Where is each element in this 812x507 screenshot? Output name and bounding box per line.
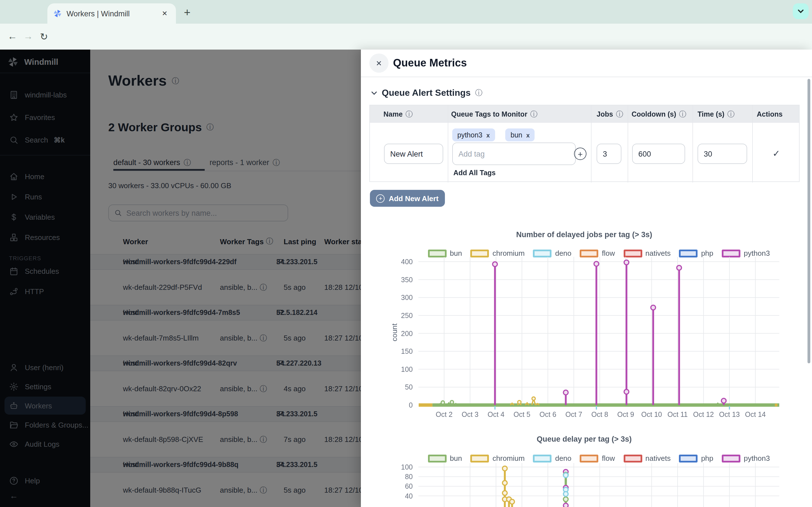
alert-cooldown-input[interactable] xyxy=(632,144,685,164)
legend-swatch xyxy=(623,454,642,462)
info-icon[interactable]: ⓘ xyxy=(530,109,538,119)
column-separator xyxy=(752,105,753,182)
forward-icon[interactable]: → xyxy=(20,29,36,45)
legend-swatch xyxy=(722,454,741,462)
remove-tag-icon[interactable]: x xyxy=(526,131,530,138)
svg-text:300: 300 xyxy=(401,293,413,301)
legend-label: bun xyxy=(450,249,462,258)
drawer-backdrop[interactable] xyxy=(0,50,361,507)
alert-time-input[interactable] xyxy=(698,144,747,164)
svg-text:100: 100 xyxy=(401,365,413,373)
chart1-title: Number of delayed jobs per tag (> 3s) xyxy=(404,230,765,239)
legend-label: deno xyxy=(555,249,571,258)
back-icon[interactable]: ← xyxy=(4,29,20,45)
add-tag-plus-icon[interactable]: + xyxy=(574,148,587,160)
legend-swatch xyxy=(580,454,599,462)
legend-label: flow xyxy=(602,249,615,258)
legend-swatch xyxy=(580,249,599,257)
tab-close-icon[interactable]: ✕ xyxy=(159,8,170,18)
add-new-alert-button[interactable]: + Add New Alert xyxy=(370,190,445,207)
svg-text:400: 400 xyxy=(401,258,413,266)
drawer-scrollbar[interactable] xyxy=(808,79,810,363)
header-label: Queue Tags to Monitor xyxy=(451,110,527,118)
alert-name-input[interactable] xyxy=(384,144,443,164)
svg-text:Oct 11: Oct 11 xyxy=(667,410,688,418)
remove-tag-icon[interactable]: x xyxy=(486,131,490,138)
legend-label: chromium xyxy=(493,249,525,258)
browser-toolbar: ← → ↻ app.windmill.dev/workers ☆ xyxy=(0,24,812,50)
header-label: Cooldown (s) xyxy=(631,110,676,118)
svg-text:count: count xyxy=(390,323,399,341)
svg-text:0: 0 xyxy=(409,401,413,409)
alert-column-header: Nameⓘ xyxy=(384,109,413,119)
info-icon[interactable]: ⓘ xyxy=(679,109,686,119)
chart2-legend: bunchromiumdenoflownativetsphppython3 xyxy=(418,454,779,462)
legend-item-flow: flow xyxy=(580,249,615,258)
new-tab-button[interactable]: + xyxy=(179,4,195,20)
legend-item-bun: bun xyxy=(428,454,462,462)
header-label: Name xyxy=(384,110,403,118)
header-label: Actions xyxy=(757,110,783,118)
queue-alert-settings-toggle[interactable]: Queue Alert Settings ⓘ xyxy=(371,87,483,99)
legend-item-python3: python3 xyxy=(722,249,770,258)
svg-text:Oct 5: Oct 5 xyxy=(513,410,530,418)
chart2-title: Queue delay per tag (> 3s) xyxy=(404,435,765,443)
legend-item-deno: deno xyxy=(533,249,571,258)
queue-metrics-drawer: ✕ Queue Metrics Queue Alert Settings ⓘ N… xyxy=(361,50,812,507)
legend-label: python3 xyxy=(744,454,770,462)
info-icon[interactable]: ⓘ xyxy=(405,109,413,119)
svg-text:40: 40 xyxy=(405,492,413,500)
info-icon[interactable]: ⓘ xyxy=(727,109,734,119)
column-separator xyxy=(693,105,693,182)
legend-label: bun xyxy=(450,454,462,462)
svg-text:Oct 8: Oct 8 xyxy=(591,410,608,418)
alert-settings-table: NameⓘQueue Tags to MonitorⓘJobsⓘCooldown… xyxy=(369,105,800,182)
tab-strip-chevron-button[interactable] xyxy=(793,3,809,19)
svg-text:50: 50 xyxy=(405,383,413,391)
legend-item-deno: deno xyxy=(533,454,571,462)
legend-label: chromium xyxy=(493,454,525,462)
legend-swatch xyxy=(533,249,552,257)
legend-label: deno xyxy=(555,454,571,462)
legend-item-chromium: chromium xyxy=(470,454,525,462)
info-icon[interactable]: ⓘ xyxy=(475,88,483,98)
legend-swatch xyxy=(679,249,698,257)
alert-jobs-input[interactable] xyxy=(597,144,621,164)
tag-label: python3 xyxy=(457,131,483,139)
reload-icon[interactable]: ↻ xyxy=(36,29,52,45)
info-icon[interactable]: ⓘ xyxy=(616,109,623,119)
svg-text:Oct 7: Oct 7 xyxy=(565,410,582,418)
column-separator xyxy=(591,105,592,182)
tag-chip-bun[interactable]: bunx xyxy=(506,128,535,142)
drawer-title: Queue Metrics xyxy=(393,57,467,69)
svg-text:200: 200 xyxy=(401,330,413,337)
chevron-down-icon xyxy=(371,91,377,95)
confirm-check-icon[interactable]: ✓ xyxy=(772,148,780,159)
section-title: Queue Alert Settings xyxy=(382,88,470,98)
add-all-tags-link[interactable]: Add All Tags xyxy=(453,169,496,177)
legend-label: nativets xyxy=(645,454,671,462)
svg-text:Oct 12: Oct 12 xyxy=(693,410,714,418)
legend-label: php xyxy=(701,249,713,258)
browser-tab[interactable]: Workers | Windmill ✕ xyxy=(47,3,176,24)
legend-item-nativets: nativets xyxy=(623,454,671,462)
svg-text:Oct 9: Oct 9 xyxy=(617,410,634,418)
svg-text:150: 150 xyxy=(401,347,413,355)
plus-icon: + xyxy=(376,194,385,203)
legend-item-chromium: chromium xyxy=(470,249,525,258)
svg-text:250: 250 xyxy=(401,312,413,320)
drawer-divider xyxy=(361,76,812,77)
svg-text:Oct 10: Oct 10 xyxy=(641,410,662,418)
legend-item-php: php xyxy=(679,249,713,258)
legend-swatch xyxy=(428,454,446,462)
svg-text:Oct 4: Oct 4 xyxy=(488,410,504,418)
chart1-legend: bunchromiumdenoflownativetsphppython3 xyxy=(418,249,779,258)
add-tag-input[interactable] xyxy=(452,143,576,165)
chevron-down-icon xyxy=(797,9,804,13)
alert-column-header: Queue Tags to Monitorⓘ xyxy=(451,109,538,119)
tab-title: Workers | Windmill xyxy=(66,9,159,18)
column-separator xyxy=(627,105,628,182)
svg-text:Oct 13: Oct 13 xyxy=(719,410,740,418)
close-icon[interactable]: ✕ xyxy=(369,54,389,73)
tag-chip-python3[interactable]: python3x xyxy=(452,128,495,142)
